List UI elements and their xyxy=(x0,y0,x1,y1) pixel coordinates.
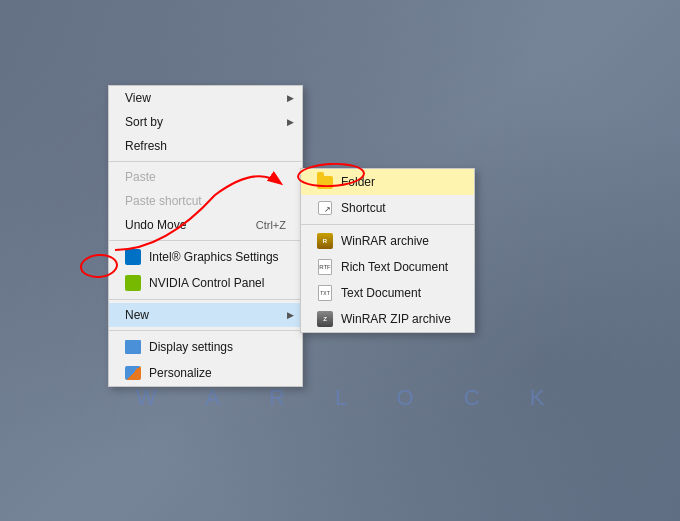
separator-2 xyxy=(109,240,302,241)
txt-icon: TXT xyxy=(317,285,333,301)
separator-1 xyxy=(109,161,302,162)
nvidia-icon xyxy=(125,275,141,291)
display-settings-label: Display settings xyxy=(149,340,233,354)
menu-item-refresh[interactable]: Refresh xyxy=(109,134,302,158)
undo-move-shortcut: Ctrl+Z xyxy=(256,219,286,231)
sort-by-label: Sort by xyxy=(125,115,163,129)
menu-item-nvidia[interactable]: NVIDIA Control Panel xyxy=(109,270,302,296)
menu-item-new[interactable]: New xyxy=(109,303,302,327)
menu-item-paste-shortcut[interactable]: Paste shortcut xyxy=(109,189,302,213)
undo-move-label: Undo Move xyxy=(125,218,186,232)
submenu-item-rtf[interactable]: RTF Rich Text Document xyxy=(301,254,474,280)
txt-label: Text Document xyxy=(341,286,421,300)
paste-label: Paste xyxy=(125,170,156,184)
separator-4 xyxy=(109,330,302,331)
menu-item-paste[interactable]: Paste xyxy=(109,165,302,189)
submenu-new: Folder Shortcut R WinRAR archive RTF Ric… xyxy=(300,168,475,333)
shortcut-label: Shortcut xyxy=(341,201,386,215)
personalize-label: Personalize xyxy=(149,366,212,380)
intel-label: Intel® Graphics Settings xyxy=(149,250,279,264)
rtf-label: Rich Text Document xyxy=(341,260,448,274)
nvidia-label: NVIDIA Control Panel xyxy=(149,276,264,290)
paste-shortcut-label: Paste shortcut xyxy=(125,194,202,208)
submenu-item-txt[interactable]: TXT Text Document xyxy=(301,280,474,306)
menu-item-display-settings[interactable]: Display settings xyxy=(109,334,302,360)
menu-item-intel[interactable]: Intel® Graphics Settings xyxy=(109,244,302,270)
menu-item-undo-move[interactable]: Undo Move Ctrl+Z xyxy=(109,213,302,237)
submenu-item-shortcut[interactable]: Shortcut xyxy=(301,195,474,221)
menu-item-sort-by[interactable]: Sort by xyxy=(109,110,302,134)
separator-3 xyxy=(109,299,302,300)
personalize-icon xyxy=(125,365,141,381)
folder-label: Folder xyxy=(341,175,375,189)
new-label: New xyxy=(125,308,149,322)
menu-item-view[interactable]: View xyxy=(109,86,302,110)
intel-icon xyxy=(125,249,141,265)
view-label: View xyxy=(125,91,151,105)
menu-item-personalize[interactable]: Personalize xyxy=(109,360,302,386)
rtf-icon: RTF xyxy=(317,259,333,275)
submenu-item-winrar[interactable]: R WinRAR archive xyxy=(301,228,474,254)
folder-icon xyxy=(317,174,333,190)
submenu-item-folder[interactable]: Folder xyxy=(301,169,474,195)
winzip-label: WinRAR ZIP archive xyxy=(341,312,451,326)
submenu-item-winzip[interactable]: Z WinRAR ZIP archive xyxy=(301,306,474,332)
submenu-separator-1 xyxy=(301,224,474,225)
display-settings-icon xyxy=(125,339,141,355)
refresh-label: Refresh xyxy=(125,139,167,153)
shortcut-icon xyxy=(317,200,333,216)
warlock-watermark: W A R L O C K xyxy=(0,385,680,411)
winrar-icon: R xyxy=(317,233,333,249)
context-menu: View Sort by Refresh Paste Paste shortcu… xyxy=(108,85,303,387)
winzip-icon: Z xyxy=(317,311,333,327)
winrar-label: WinRAR archive xyxy=(341,234,429,248)
